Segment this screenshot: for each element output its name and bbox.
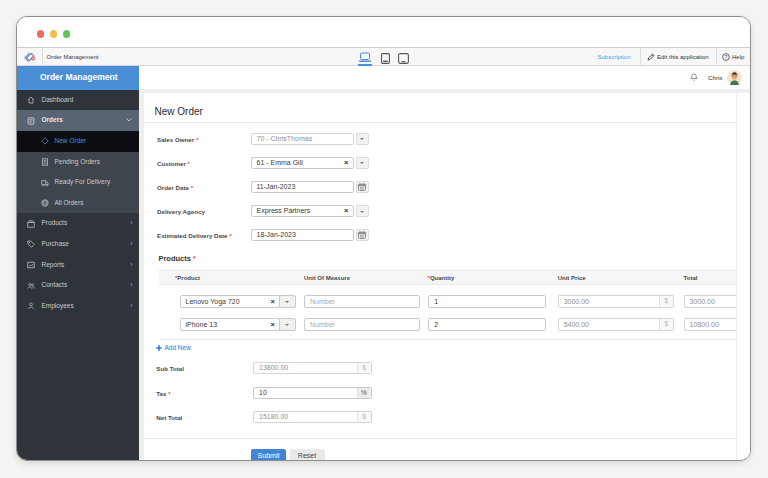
svg-text:?: ? [725, 54, 728, 60]
